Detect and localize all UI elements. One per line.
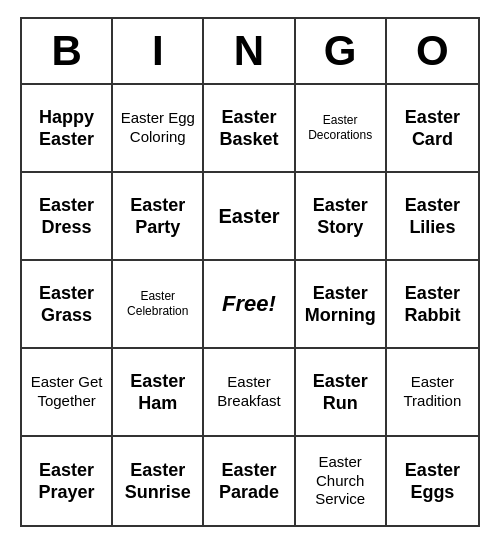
bingo-cell-23: Easter Church Service [296,437,387,525]
bingo-cell-7: Easter [204,173,295,261]
bingo-grid: Happy EasterEaster Egg ColoringEaster Ba… [22,85,478,525]
bingo-cell-8: Easter Story [296,173,387,261]
bingo-cell-4: Easter Card [387,85,478,173]
bingo-cell-9: Easter Lilies [387,173,478,261]
bingo-header: BINGO [22,19,478,85]
bingo-cell-21: Easter Sunrise [113,437,204,525]
bingo-cell-20: Easter Prayer [22,437,113,525]
header-letter-o: O [387,19,478,83]
bingo-cell-5: Easter Dress [22,173,113,261]
bingo-cell-3: Easter Decorations [296,85,387,173]
bingo-cell-10: Easter Grass [22,261,113,349]
bingo-cell-11: Easter Celebration [113,261,204,349]
bingo-cell-16: Easter Ham [113,349,204,437]
bingo-cell-17: Easter Breakfast [204,349,295,437]
bingo-cell-6: Easter Party [113,173,204,261]
header-letter-b: B [22,19,113,83]
bingo-cell-22: Easter Parade [204,437,295,525]
bingo-cell-1: Easter Egg Coloring [113,85,204,173]
header-letter-i: I [113,19,204,83]
header-letter-g: G [296,19,387,83]
bingo-cell-2: Easter Basket [204,85,295,173]
bingo-cell-0: Happy Easter [22,85,113,173]
header-letter-n: N [204,19,295,83]
bingo-cell-24: Easter Eggs [387,437,478,525]
bingo-cell-13: Easter Morning [296,261,387,349]
bingo-cell-14: Easter Rabbit [387,261,478,349]
bingo-cell-18: Easter Run [296,349,387,437]
bingo-cell-12: Free! [204,261,295,349]
bingo-card: BINGO Happy EasterEaster Egg ColoringEas… [20,17,480,527]
bingo-cell-15: Easter Get Together [22,349,113,437]
bingo-cell-19: Easter Tradition [387,349,478,437]
